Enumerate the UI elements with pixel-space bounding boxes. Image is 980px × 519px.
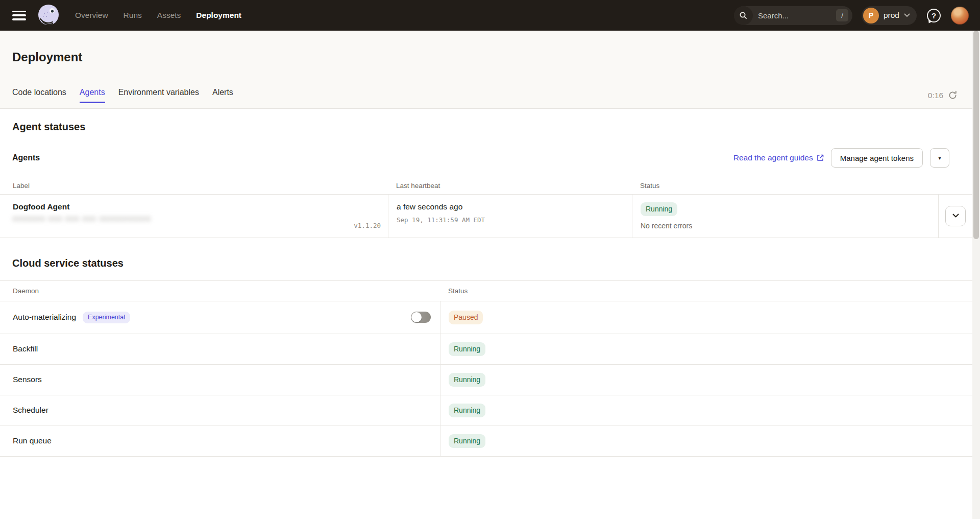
agent-heartbeat-cell: a few seconds ago Sep 19, 11:31:59 AM ED… (388, 195, 632, 238)
daemon-status-cell: Running (440, 334, 972, 364)
status-badge: Running (449, 404, 485, 417)
agents-subheading: Agents (12, 153, 40, 162)
agents-table: Label Last heartbeat Status Dogfood Agen… (0, 177, 972, 238)
nav-item-deployment[interactable]: Deployment (196, 11, 241, 20)
refresh-timer: 0:16 (928, 90, 958, 100)
daemon-row-scheduler: Scheduler Running (0, 395, 972, 426)
vertical-scrollbar[interactable] (972, 31, 980, 519)
cloud-table-header: Daemon Status (0, 281, 972, 301)
daemon-name: Run queue (13, 436, 52, 445)
daemon-name: Auto-materializing (13, 313, 76, 322)
daemon-status-cell: Paused (440, 301, 972, 334)
column-header-daemon: Daemon (0, 287, 440, 295)
agent-label-cell: Dogfood Agent 0000000 000 000 000 000000… (0, 195, 388, 238)
daemon-name: Backfill (13, 344, 38, 353)
deployment-switcher[interactable]: P prod (862, 6, 917, 25)
user-avatar[interactable] (951, 7, 969, 25)
top-nav: Overview Runs Assets Deployment / P prod… (0, 0, 980, 31)
status-badge: Running (449, 373, 485, 387)
column-header-status: Status (632, 182, 938, 190)
agent-statuses-heading: Agent statuses (12, 121, 980, 133)
agent-status-cell: Running No recent errors (632, 195, 938, 238)
daemon-name: Sensors (13, 375, 42, 384)
daemon-status-cell: Running (440, 365, 972, 395)
heartbeat-timestamp: Sep 19, 11:31:59 AM EDT (397, 216, 624, 224)
search-box[interactable]: / (734, 6, 852, 25)
agent-version: v1.1.20 (354, 222, 381, 229)
agent-row-expand-button[interactable] (945, 206, 966, 226)
auto-materializing-toggle[interactable] (411, 312, 431, 323)
agent-guides-link[interactable]: Read the agent guides (733, 153, 824, 162)
tab-agents[interactable]: Agents (80, 88, 105, 103)
column-header-last-heartbeat: Last heartbeat (388, 182, 632, 190)
column-header-label: Label (0, 182, 388, 190)
status-note: No recent errors (641, 222, 930, 230)
agent-more-actions-button[interactable]: ▾ (930, 148, 949, 168)
tab-environment-variables[interactable]: Environment variables (118, 88, 199, 103)
heartbeat-relative: a few seconds ago (397, 202, 624, 211)
daemon-row-backfill: Backfill Running (0, 334, 972, 365)
status-badge: Paused (449, 311, 483, 324)
status-badge: Running (449, 342, 485, 356)
page-title: Deployment (12, 50, 82, 64)
manage-agent-tokens-button[interactable]: Manage agent tokens (831, 148, 923, 168)
agent-row: Dogfood Agent 0000000 000 000 000 000000… (0, 195, 972, 238)
dagster-logo-icon[interactable] (35, 2, 62, 29)
daemon-row-auto-materializing: Auto-materializing Experimental Paused (0, 301, 972, 334)
chevron-down-icon (904, 13, 910, 17)
deployment-switcher-label: prod (884, 11, 899, 20)
primary-nav: Overview Runs Assets Deployment (75, 11, 241, 20)
experimental-badge: Experimental (83, 312, 130, 323)
daemon-name-cell: Auto-materializing Experimental (0, 301, 440, 334)
agent-guides-link-label: Read the agent guides (733, 153, 813, 162)
tab-alerts[interactable]: Alerts (212, 88, 233, 103)
refresh-icon[interactable] (948, 90, 958, 100)
agents-table-header: Label Last heartbeat Status (0, 177, 972, 195)
tab-code-locations[interactable]: Code locations (12, 88, 66, 103)
column-header-status: Status (440, 287, 972, 295)
deployment-avatar: P (863, 8, 879, 23)
cloud-service-statuses-heading: Cloud service statuses (12, 257, 980, 269)
cloud-services-table: Daemon Status Auto-materializing Experim… (0, 280, 972, 457)
daemon-status-cell: Running (440, 395, 972, 426)
search-icon (734, 6, 753, 25)
scrollbar-thumb[interactable] (973, 31, 979, 239)
daemon-row-run-queue: Run queue Running (0, 426, 972, 457)
chevron-down-icon (952, 214, 959, 218)
menu-icon[interactable] (12, 11, 26, 20)
search-input[interactable] (758, 11, 819, 20)
daemon-name: Scheduler (13, 406, 48, 415)
nav-item-assets[interactable]: Assets (157, 11, 181, 20)
nav-item-overview[interactable]: Overview (75, 11, 108, 20)
tab-bar: Code locations Agents Environment variab… (12, 88, 233, 103)
agent-row-actions-cell (938, 195, 972, 238)
page-header: Deployment Code locations Agents Environ… (0, 31, 980, 109)
status-badge: Running (641, 202, 677, 216)
agents-toolbar: Agents Read the agent guides Manage agen… (12, 148, 949, 168)
external-link-icon (817, 154, 824, 161)
agent-id-redacted: 0000000 000 000 000 00000000000 (13, 215, 152, 223)
refresh-countdown: 0:16 (928, 91, 943, 100)
nav-item-runs[interactable]: Runs (124, 11, 142, 20)
search-shortcut-key: / (836, 9, 848, 21)
status-badge: Running (449, 434, 485, 448)
daemon-status-cell: Running (440, 426, 972, 456)
agent-name: Dogfood Agent (13, 202, 380, 211)
help-icon[interactable]: ? (927, 9, 941, 22)
daemon-row-sensors: Sensors Running (0, 365, 972, 395)
